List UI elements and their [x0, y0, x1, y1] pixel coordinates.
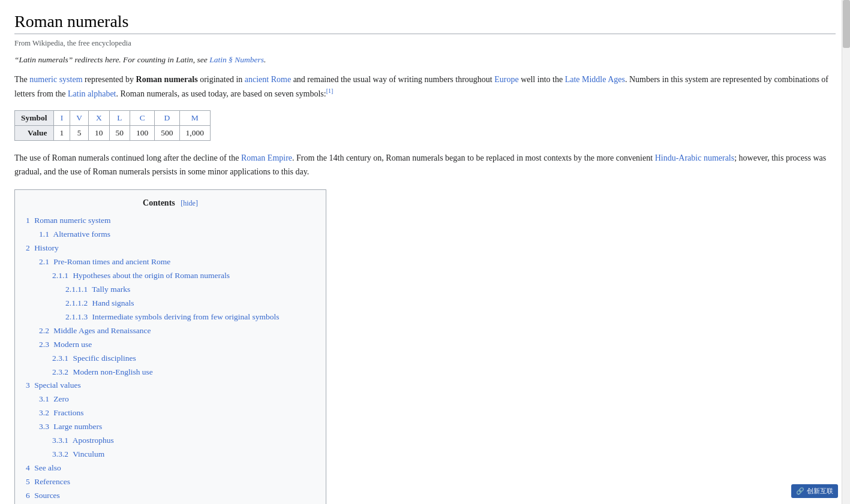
contents-list: 1 Roman numeric system1.1 Alternative fo… [26, 214, 315, 504]
symbol-table: Symbol I V X L C D M Value 1 5 10 50 100… [14, 110, 211, 141]
contents-title: Contents [hide] [26, 198, 315, 208]
value-100: 100 [130, 126, 155, 141]
toc-item: 3 Special values [26, 379, 315, 393]
toc-num: 2 [26, 243, 30, 252]
symbol-header: Symbol [15, 111, 54, 126]
page-title: Roman numerals [14, 12, 836, 34]
toc-label: Special values [34, 381, 81, 390]
intro-text-6: . Roman numerals, as used today, are bas… [116, 89, 326, 98]
toc-item: 2.1.1.3 Intermediate symbols deriving fr… [65, 310, 315, 324]
toc-num: 2.1.1.2 [65, 298, 88, 307]
toc-num: 1.1 [39, 230, 49, 239]
redirect-notice-text: “Latin numerals” redirects here. For cou… [14, 55, 209, 64]
symbol-C: C [130, 111, 155, 126]
toc-link[interactable]: 2.1 Pre-Roman times and ancient Rome [39, 257, 170, 266]
intro-text-4: well into the [519, 75, 565, 84]
scrollbar-track[interactable] [842, 0, 850, 504]
toc-num: 2.3.2 [52, 367, 68, 376]
watermark: 🔗 创新互联 [791, 484, 838, 498]
toc-link[interactable]: 2.1.1.2 Hand signals [65, 298, 134, 307]
toc-link[interactable]: 2.3.1 Specific disciplines [52, 354, 136, 363]
value-1000: 1,000 [179, 126, 210, 141]
toc-label: History [34, 243, 59, 252]
toc-link[interactable]: 2.1.1 Hypotheses about the origin of Rom… [52, 271, 230, 280]
toc-label: See also [34, 463, 61, 472]
toc-item: 2.2 Middle Ages and Renaissance [39, 324, 315, 338]
toc-item: 2 History [26, 242, 315, 255]
toc-link[interactable]: 3.3.2 Vinculum [52, 449, 104, 458]
toc-link[interactable]: 2.3.2 Modern non-English use [52, 367, 153, 376]
toc-item: 5 References [26, 475, 315, 489]
roman-empire-link[interactable]: Roman Empire [241, 153, 292, 162]
toc-link[interactable]: 3 Special values [26, 381, 81, 390]
toc-label: Intermediate symbols deriving from few o… [92, 312, 280, 321]
toc-link[interactable]: 4 See also [26, 463, 61, 472]
toc-num: 3 [26, 381, 30, 390]
toc-label: Hand signals [92, 298, 134, 307]
toc-num: 2.2 [39, 326, 49, 335]
toc-link[interactable]: 2.2 Middle Ages and Renaissance [39, 326, 151, 335]
toc-label: Pre-Roman times and ancient Rome [53, 257, 170, 266]
toc-item: 3.2 Fractions [39, 406, 315, 420]
toc-label: Vinculum [73, 449, 104, 458]
toc-label: Zero [53, 394, 68, 403]
value-1: 1 [53, 126, 70, 141]
value-10: 10 [89, 126, 110, 141]
toc-label: Alternative forms [53, 230, 111, 239]
toc-num: 3.3 [39, 422, 49, 431]
toc-link[interactable]: 1 Roman numeric system [26, 216, 111, 225]
toc-num: 6 [26, 491, 30, 500]
toc-link[interactable]: 3.1 Zero [39, 394, 69, 403]
toc-num: 3.3.1 [52, 436, 68, 445]
intro-text-3: and remained the usual way of writing nu… [291, 75, 494, 84]
toc-num: 2.3.1 [52, 354, 68, 363]
toc-link[interactable]: 6 Sources [26, 491, 60, 500]
symbol-L: L [109, 111, 130, 126]
hindu-arabic-link[interactable]: Hindu-Arabic numerals [655, 153, 735, 162]
toc-link[interactable]: 5 References [26, 477, 70, 486]
ancient-rome-link[interactable]: ancient Rome [245, 75, 291, 84]
toc-label: References [34, 477, 70, 486]
europe-link[interactable]: Europe [494, 75, 518, 84]
contents-hide-link[interactable]: [hide] [181, 199, 198, 207]
latin-numbers-link[interactable]: Latin § Numbers [209, 55, 264, 64]
scrollbar-thumb[interactable] [843, 0, 850, 48]
toc-item: 3.3.1 Apostrophus [52, 434, 315, 448]
toc-link[interactable]: 2 History [26, 243, 59, 252]
toc-link[interactable]: 2.3 Modern use [39, 340, 92, 349]
symbol-row: Symbol I V X L C D M [15, 111, 211, 126]
toc-num: 2.3 [39, 340, 49, 349]
toc-link[interactable]: 3.2 Fractions [39, 408, 84, 417]
toc-link[interactable]: 2.1.1.1 Tally marks [65, 285, 130, 294]
toc-link[interactable]: 3.3.1 Apostrophus [52, 436, 114, 445]
wiki-source: From Wikipedia, the free encyclopedia [14, 39, 836, 48]
footnote-1-link[interactable]: [1] [326, 87, 334, 94]
footnote-1: [1] [326, 87, 334, 94]
numeric-system-link[interactable]: numeric system [29, 75, 82, 84]
contents-label: Contents [143, 198, 175, 207]
toc-label: Fractions [53, 408, 83, 417]
toc-num: 4 [26, 463, 30, 472]
value-5: 5 [70, 126, 89, 141]
toc-link[interactable]: 2.1.1.3 Intermediate symbols deriving fr… [65, 312, 279, 321]
symbol-M: M [179, 111, 210, 126]
toc-num: 1 [26, 216, 30, 225]
toc-label: Tally marks [92, 285, 130, 294]
toc-item: 2.1.1 Hypotheses about the origin of Rom… [52, 269, 315, 283]
watermark-icon: 🔗 [796, 487, 804, 495]
toc-label: Modern use [53, 340, 92, 349]
toc-link[interactable]: 3.3 Large numbers [39, 422, 102, 431]
intro-paragraph: The numeric system represented by Roman … [14, 73, 836, 101]
toc-item: 2.1.1.1 Tally marks [65, 283, 315, 297]
toc-num: 3.1 [39, 394, 49, 403]
late-middle-ages-link[interactable]: Late Middle Ages [565, 75, 625, 84]
toc-item: 3.1 Zero [39, 393, 315, 406]
toc-link[interactable]: 1.1 Alternative forms [39, 230, 110, 239]
value-50: 50 [109, 126, 130, 141]
latin-alphabet-link[interactable]: Latin alphabet [68, 89, 116, 98]
value-500: 500 [155, 126, 179, 141]
intro-text-1: The [14, 75, 29, 84]
symbol-I: I [53, 111, 70, 126]
toc-num: 2.1.1.1 [65, 285, 88, 294]
intro-text-2: represented by Roman numerals originated… [83, 75, 245, 84]
